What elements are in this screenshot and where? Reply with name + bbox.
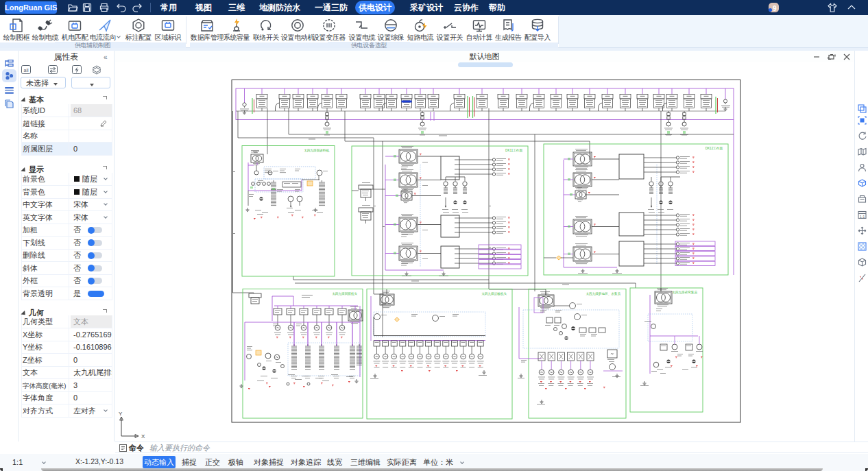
svg-text:1:1: 1:1 [860,215,865,219]
svg-text:太四九煤掘进料机: 太四九煤掘进料机 [304,148,329,153]
svg-text:DK11工作面: DK11工作面 [505,148,522,153]
svg-text:太四九煤回掘机头: 太四九煤回掘机头 [332,291,357,296]
svg-text:太四九煤硫化泵房: 太四九煤硫化泵房 [672,290,697,295]
svg-text:太四九煤运输机头: 太四九煤运输机头 [481,292,507,296]
svg-text:all: all [23,67,28,73]
svg-text:DK12工作面: DK12工作面 [706,146,723,151]
svg-text:太西九煤变电所、水泵房: 太西九煤变电所、水泵房 [586,292,620,296]
